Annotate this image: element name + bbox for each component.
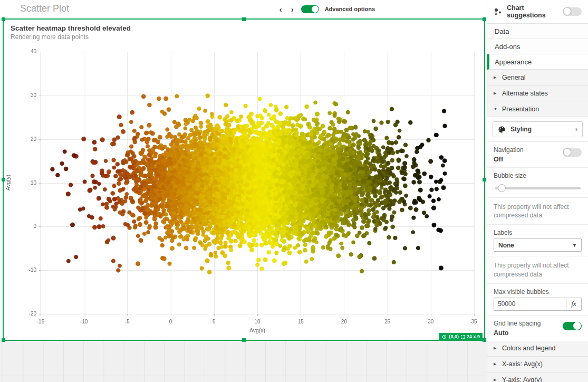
x-tick-label: 30 [422, 319, 440, 324]
target-icon [442, 335, 447, 339]
labels-label: Labels [494, 229, 582, 236]
chart-suggestions-header: Chart suggestions [487, 0, 588, 24]
toggle-knob [563, 7, 571, 15]
sidebar-nav: DataAdd-onsAppearance [487, 24, 588, 70]
resize-handle-middle-left[interactable] [2, 178, 5, 182]
grid-size-icon [461, 335, 465, 339]
chart-title: Scatter heatmap threshold elevated [11, 24, 131, 32]
toolbar: ‹ › Advanced options [278, 0, 375, 18]
resize-handle-middle-right[interactable] [483, 178, 486, 182]
x-tick-label: 35 [465, 319, 483, 324]
app-window: Scatter Plot ‹ › Advanced options Scatte… [0, 0, 588, 382]
toggle-knob [312, 6, 319, 13]
chevron-down-icon: ▼ [494, 107, 498, 111]
grid-line-spacing-toggle[interactable] [563, 322, 582, 330]
chevron-right-icon: ▶ [494, 75, 498, 80]
x-tick-label: -15 [32, 319, 50, 324]
slider-knob[interactable] [498, 184, 506, 192]
fx-expression-button[interactable]: fx [566, 298, 582, 311]
section-label: Alternate states [502, 90, 548, 97]
sheet-grid [0, 341, 487, 382]
bubble-size-field: Bubble size [487, 168, 588, 198]
sidebar-item-label: Data [495, 27, 509, 35]
navigation-field: Navigation Off [487, 142, 588, 168]
y-tick-label: -10 [4, 267, 36, 273]
compressed-data-note-1: This property will not affect compressed… [487, 198, 588, 225]
section-y-axis-avg-y[interactable]: ▶Y-axis: Avg(y) [487, 373, 588, 382]
scatter-plot-canvas[interactable] [4, 20, 484, 340]
section-presentation[interactable]: ▼Presentation [487, 101, 588, 117]
chart-suggestions-icon [494, 7, 502, 16]
y-tick-label: 0 [4, 223, 36, 229]
selection-badge: (0,0) 24 x 9 [439, 333, 483, 340]
chart-suggestions-label: Chart suggestions [507, 4, 558, 19]
caret-down-icon: ▼ [572, 243, 577, 248]
section-label: Presentation [502, 106, 539, 113]
resize-handle-bottom-left[interactable] [2, 338, 5, 342]
resize-handle-bottom-right[interactable] [483, 338, 486, 342]
navigation-value: Off [494, 156, 582, 163]
section-x-axis-avg-x[interactable]: ▶X-axis: Avg(x) [487, 357, 588, 373]
x-tick-label: 10 [248, 319, 266, 324]
badge-position: (0,0) [449, 334, 459, 339]
styling-button[interactable]: Styling › [493, 121, 583, 137]
toggle-knob [563, 148, 571, 156]
y-axis-title: Avg(y) [5, 167, 11, 198]
badge-size: 24 x 9 [467, 334, 480, 339]
labels-selected-value: None [498, 242, 514, 249]
chart-suggestions-toggle[interactable] [563, 7, 582, 16]
grid-line-spacing-value: Auto [494, 329, 582, 337]
compressed-data-note-2: This property will not affect compressed… [487, 256, 588, 283]
x-tick-label: -10 [75, 319, 93, 324]
section-label: Colors and legend [502, 345, 555, 352]
y-tick-label: -20 [4, 311, 36, 317]
toggle-knob [573, 322, 581, 330]
palette-icon [498, 126, 506, 133]
x-tick-label: -5 [118, 319, 136, 324]
labels-dropdown[interactable]: None ▼ [494, 238, 582, 252]
sidebar-item-add-ons[interactable]: Add-ons [487, 39, 588, 54]
max-visible-bubbles-input[interactable] [494, 298, 566, 311]
chevron-left-icon[interactable]: ‹ [278, 5, 284, 14]
slider-track[interactable] [495, 187, 581, 189]
max-visible-bubbles-field: Max visible bubbles fx [487, 284, 588, 316]
property-sections: ▶Colors and legend▶X-axis: Avg(x)▶Y-axis… [487, 341, 588, 382]
chevron-right-icon: › [575, 126, 577, 133]
chevron-right-icon: ▶ [494, 346, 498, 350]
chevron-right-icon: ▶ [494, 378, 498, 382]
y-tick-label: 40 [4, 49, 36, 54]
chevron-right-icon: ▶ [494, 362, 498, 366]
resize-handle-top-right[interactable] [483, 17, 486, 21]
resize-handle-top-left[interactable] [2, 17, 5, 21]
section-colors-and-legend[interactable]: ▶Colors and legend [487, 341, 588, 357]
appearance-sections: ▶General▶Alternate states▼Presentation [487, 70, 588, 117]
resize-handle-bottom-center[interactable] [242, 338, 246, 342]
x-tick-label: 0 [162, 319, 180, 324]
chevron-right-icon[interactable]: › [290, 5, 295, 14]
x-tick-label: 15 [292, 319, 310, 324]
presentation-panel: Styling › Navigation Off Bubble size Thi… [487, 117, 588, 341]
chevron-right-icon: ▶ [494, 91, 498, 96]
page-title: Scatter Plot [20, 3, 69, 14]
bubble-size-slider[interactable] [495, 184, 581, 192]
sidebar-item-label: Appearance [495, 58, 532, 66]
scatter-chart-object[interactable]: Scatter heatmap threshold elevated Rende… [3, 18, 485, 341]
section-general[interactable]: ▶General [487, 70, 588, 85]
sidebar-item-appearance[interactable]: Appearance [487, 54, 588, 70]
advanced-options-label: Advanced options [325, 6, 375, 12]
sidebar-item-label: Add-ons [495, 43, 520, 51]
section-label: Y-axis: Avg(y) [502, 376, 542, 382]
advanced-options-toggle[interactable] [301, 5, 319, 13]
section-alternate-states[interactable]: ▶Alternate states [487, 85, 588, 101]
resize-handle-top-center[interactable] [242, 17, 246, 21]
section-label: General [502, 74, 525, 81]
chart-subtitle: Rendering more data points [11, 33, 89, 41]
x-tick-label: 20 [335, 319, 353, 324]
x-tick-label: 25 [379, 319, 397, 324]
styling-row: Styling › [487, 117, 588, 142]
y-tick-label: 20 [4, 136, 36, 142]
x-tick-label: 5 [205, 319, 223, 324]
sidebar-item-data[interactable]: Data [487, 24, 588, 39]
styling-label: Styling [510, 126, 532, 133]
navigation-toggle[interactable] [563, 148, 582, 157]
